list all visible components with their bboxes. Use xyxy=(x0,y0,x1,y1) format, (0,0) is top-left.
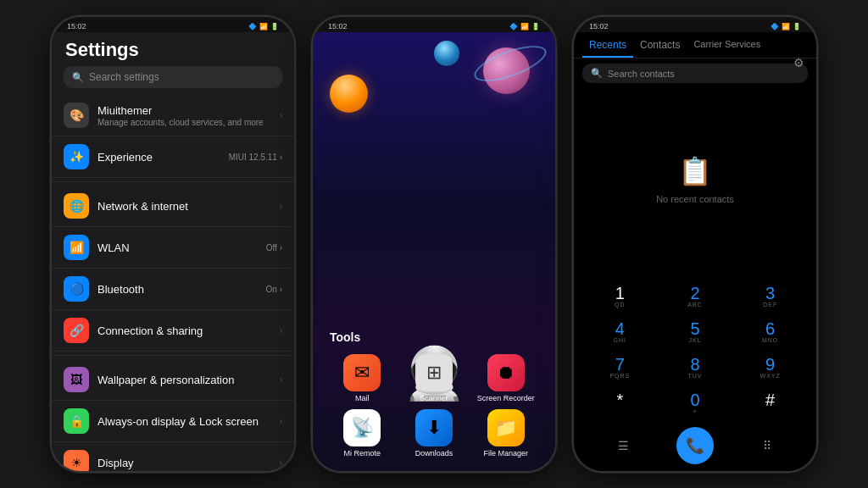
connection-title: Connection & sharing xyxy=(97,324,271,337)
key-letters-0: + xyxy=(693,408,697,417)
status-icons-1: 🔷 📶 🔋 xyxy=(248,23,279,30)
settings-screen: Settings 🔍 Search settings 🎨 Miuithemer … xyxy=(52,32,294,471)
settings-item-bluetooth[interactable]: 🔵 Bluetooth On › xyxy=(52,269,294,310)
key-7[interactable]: 7 PQRS xyxy=(582,351,658,386)
key-letters-8: TUV xyxy=(687,373,702,381)
key-num-star: * xyxy=(616,391,623,408)
app-downloads[interactable]: ⬇ Downloads xyxy=(402,409,467,458)
wallpaper-text: Wallpaper & personalization xyxy=(97,374,271,386)
key-hash[interactable]: # xyxy=(732,386,808,422)
chevron-icon: › xyxy=(280,202,282,211)
dialer-search-bar[interactable]: 🔍 Search contacts xyxy=(582,64,808,83)
tab-carrier[interactable]: Carrier Services xyxy=(687,36,767,58)
key-9[interactable]: 9 WXYZ xyxy=(732,351,808,386)
miuithemer-subtitle: Manage accounts, cloud services, and mor… xyxy=(97,118,271,127)
scanner-icon: ⊞ xyxy=(415,354,453,391)
mail-label: Mail xyxy=(355,394,370,402)
experience-icon: ✨ xyxy=(64,144,89,169)
display-text: Display xyxy=(97,457,271,469)
app-mail[interactable]: ✉ Mail xyxy=(330,354,395,402)
chevron-icon: › xyxy=(280,417,282,426)
key-0[interactable]: 0 + xyxy=(658,386,733,422)
call-button[interactable]: 📞 xyxy=(676,427,714,464)
network-title: Network & internet xyxy=(97,200,271,213)
battery-icon: 🔋 xyxy=(270,23,279,30)
keypad: 1 QD 2 ABC 3 DEF 4 GHI 5 JKL xyxy=(574,280,816,422)
phone-settings: 15:02 🔷 📶 🔋 Settings 🔍 Search settings 🎨… xyxy=(50,15,296,473)
home-screen: 👨‍🚀 Tools ✉ Mail ⊞ Scanner ⏺ Screen Reco xyxy=(313,32,555,471)
remote-label: Mi Remote xyxy=(344,449,381,458)
key-3[interactable]: 3 DEF xyxy=(732,280,808,315)
app-files[interactable]: 📁 File Manager xyxy=(473,409,538,458)
dialpad-button[interactable]: ⠿ xyxy=(755,434,779,458)
key-4[interactable]: 4 GHI xyxy=(582,315,658,351)
tab-contacts[interactable]: Contacts xyxy=(633,36,687,58)
bluetooth-item-icon: 🔵 xyxy=(64,276,89,302)
status-time-2: 15:02 xyxy=(328,22,348,30)
key-num-6: 6 xyxy=(765,320,775,337)
bluetooth-right: On › xyxy=(266,285,282,294)
signal-icon: 📶 xyxy=(259,23,268,30)
downloads-icon: ⬇ xyxy=(415,409,453,446)
remote-icon: 📡 xyxy=(343,409,381,446)
key-num-2: 2 xyxy=(690,285,699,302)
settings-item-display[interactable]: ☀ Display › xyxy=(52,442,294,471)
search-icon-dialer: 🔍 xyxy=(591,68,603,79)
key-5[interactable]: 5 JKL xyxy=(658,315,733,351)
key-num-0: 0 xyxy=(690,391,699,408)
key-letters-9: WXYZ xyxy=(760,373,781,381)
app-scanner[interactable]: ⊞ Scanner xyxy=(402,354,467,402)
gear-icon[interactable]: ⚙ xyxy=(793,56,804,69)
key-letters-2: ABC xyxy=(687,302,702,310)
menu-button[interactable]: ☰ xyxy=(611,434,635,458)
divider-2 xyxy=(52,355,294,356)
settings-search-bar[interactable]: 🔍 Search settings xyxy=(64,66,282,88)
wlan-right: Off › xyxy=(266,243,282,252)
tab-recents[interactable]: Recents xyxy=(582,36,633,58)
settings-item-lockscreen[interactable]: 🔒 Always-on display & Lock screen › xyxy=(52,401,294,442)
key-letters-6: MNO xyxy=(762,337,778,346)
status-time-1: 15:02 xyxy=(67,22,86,30)
home-content: Tools ✉ Mail ⊞ Scanner ⏺ Screen Recorder xyxy=(313,32,555,471)
settings-item-wlan[interactable]: 📶 WLAN Off › xyxy=(52,227,294,269)
folder-label: Tools xyxy=(313,319,555,347)
miuithemer-title: Miuithemer xyxy=(97,104,271,117)
key-num-1: 1 xyxy=(615,285,625,302)
signal-icon2: 📶 xyxy=(520,23,529,30)
key-8[interactable]: 8 TUV xyxy=(658,351,733,386)
chevron-icon: › xyxy=(280,458,282,468)
key-letters-5: JKL xyxy=(688,337,701,346)
app-remote[interactable]: 📡 Mi Remote xyxy=(330,409,395,458)
settings-item-experience[interactable]: ✨ Experience MIUI 12.5.11 › xyxy=(52,136,294,178)
display-title: Display xyxy=(97,457,271,469)
settings-item-connection[interactable]: 🔗 Connection & sharing › xyxy=(52,310,294,352)
status-bar-3: 15:02 🔷 📶 🔋 xyxy=(574,17,816,32)
settings-item-network[interactable]: 🌐 Network & internet › xyxy=(52,186,294,227)
key-1[interactable]: 1 QD xyxy=(582,280,658,315)
key-star[interactable]: * xyxy=(582,386,658,422)
wlan-title: WLAN xyxy=(97,241,258,254)
recorder-icon: ⏺ xyxy=(487,354,525,391)
settings-item-wallpaper[interactable]: 🖼 Wallpaper & personalization › xyxy=(52,359,294,401)
app-recorder[interactable]: ⏺ Screen Recorder xyxy=(473,354,538,402)
status-time-3: 15:02 xyxy=(589,22,609,30)
key-num-8: 8 xyxy=(690,356,699,373)
settings-list: 🎨 Miuithemer Manage accounts, cloud serv… xyxy=(52,95,294,471)
files-label: File Manager xyxy=(483,449,528,458)
key-2[interactable]: 2 ABC xyxy=(658,280,733,315)
key-6[interactable]: 6 MNO xyxy=(732,315,808,351)
battery-icon2: 🔋 xyxy=(531,23,540,30)
files-icon: 📁 xyxy=(487,409,525,446)
chevron-icon: › xyxy=(280,375,282,385)
miuithemer-icon: 🎨 xyxy=(64,103,89,128)
settings-item-miuithemer[interactable]: 🎨 Miuithemer Manage accounts, cloud serv… xyxy=(52,95,294,136)
settings-title: Settings xyxy=(52,32,294,66)
status-bar-2: 15:02 🔷 📶 🔋 xyxy=(313,17,555,32)
bluetooth-icon3: 🔷 xyxy=(771,23,779,30)
status-icons-3: 🔷 📶 🔋 xyxy=(771,23,801,30)
experience-right: MIUI 12.5.11 › xyxy=(229,152,282,162)
dialer-top: Recents Contacts Carrier Services ⚙ xyxy=(574,32,816,58)
scanner-label: Scanner xyxy=(420,394,448,402)
mail-icon: ✉ xyxy=(343,354,381,391)
phone-home: 15:02 🔷 📶 🔋 👨‍🚀 Tools ✉ Mail xyxy=(311,15,557,473)
